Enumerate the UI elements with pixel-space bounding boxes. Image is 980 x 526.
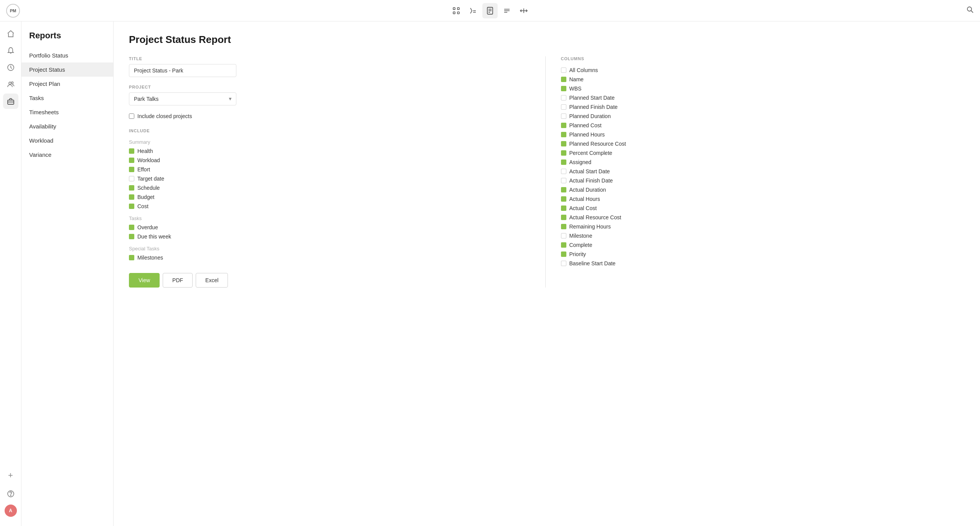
col-planned-finish-date-label: Planned Finish Date: [569, 104, 618, 110]
scan-icon-btn[interactable]: [449, 3, 464, 18]
col-planned-start-date-label: Planned Start Date: [569, 95, 615, 101]
all-columns-label: All Columns: [569, 67, 598, 73]
nav-item-timesheets[interactable]: Timesheets: [21, 105, 113, 119]
col-planned-resource-cost-label: Planned Resource Cost: [569, 141, 626, 147]
target-date-label: Target date: [137, 176, 164, 182]
workload-check-icon: [129, 158, 134, 163]
include-item-cost: Cost: [129, 203, 533, 209]
project-select-wrap: Park Talks ▼: [129, 92, 236, 105]
col-complete-label: Complete: [569, 242, 592, 248]
col-priority: Priority: [561, 251, 965, 257]
sidebar-icon-bell[interactable]: [3, 43, 18, 58]
report-icon-btn[interactable]: [482, 3, 498, 18]
col-remaining-hours-label: Remaining Hours: [569, 224, 611, 230]
nav-item-portfolio-status[interactable]: Portfolio Status: [21, 48, 113, 62]
health-check-icon: [129, 148, 134, 154]
project-select[interactable]: Park Talks: [129, 92, 236, 105]
col-actual-resource-cost-check-icon: [561, 215, 566, 220]
col-planned-hours: Planned Hours: [561, 132, 965, 138]
split-icon-btn[interactable]: [516, 3, 531, 18]
col-actual-duration: Actual Duration: [561, 187, 965, 193]
main-content: Project Status Report TITLE PROJECT Park…: [114, 21, 980, 526]
svg-point-16: [967, 7, 972, 11]
sidebar-icon-add[interactable]: +: [3, 468, 18, 483]
col-priority-label: Priority: [569, 251, 586, 257]
col-planned-start-date: Planned Start Date: [561, 95, 965, 101]
budget-check-icon: [129, 194, 134, 200]
topbar-icons: [449, 3, 531, 18]
schedule-check-icon: [129, 185, 134, 191]
form-left: TITLE PROJECT Park Talks ▼ I: [129, 56, 546, 288]
summary-section-label: Summary: [129, 139, 533, 145]
sidebar-icon-home[interactable]: [3, 26, 18, 41]
col-actual-cost-label: Actual Cost: [569, 205, 597, 211]
col-planned-start-date-check-icon: [561, 95, 566, 100]
pm-logo: PM: [6, 4, 20, 18]
col-actual-finish-date: Actual Finish Date: [561, 178, 965, 184]
sidebar-icon-clock[interactable]: [3, 60, 18, 75]
link-icon-btn[interactable]: [499, 3, 515, 18]
schedule-label: Schedule: [137, 185, 160, 191]
form-layout: TITLE PROJECT Park Talks ▼ I: [129, 56, 965, 288]
view-button[interactable]: View: [129, 273, 160, 288]
title-input[interactable]: [129, 64, 236, 77]
sidebar-icon-help[interactable]: [3, 486, 18, 501]
include-item-milestones: Milestones: [129, 255, 533, 261]
include-item-schedule: Schedule: [129, 185, 533, 191]
col-actual-hours-label: Actual Hours: [569, 196, 600, 202]
cost-label: Cost: [137, 203, 148, 209]
budget-label: Budget: [137, 194, 154, 200]
project-label: PROJECT: [129, 85, 533, 89]
columns-title: COLUMNS: [561, 56, 965, 61]
col-actual-cost: Actual Cost: [561, 205, 965, 211]
include-label: INCLUDE: [129, 128, 533, 133]
include-closed-label: Include closed projects: [137, 113, 192, 119]
svg-point-25: [10, 495, 11, 496]
col-wbs: WBS: [561, 85, 965, 92]
nav-item-project-plan[interactable]: Project Plan: [21, 77, 113, 91]
project-group: PROJECT Park Talks ▼: [129, 85, 533, 105]
col-assigned: Assigned: [561, 159, 965, 165]
col-remaining-hours: Remaining Hours: [561, 224, 965, 230]
include-item-effort: Effort: [129, 166, 533, 173]
col-milestone: Milestone: [561, 233, 965, 239]
nav-item-availability[interactable]: Availability: [21, 119, 113, 133]
formula-icon-btn[interactable]: [465, 3, 481, 18]
overdue-check-icon: [129, 225, 134, 230]
sidebar-icon-users[interactable]: [3, 77, 18, 92]
col-actual-duration-check-icon: [561, 187, 566, 192]
nav-item-tasks[interactable]: Tasks: [21, 91, 113, 105]
excel-button[interactable]: Excel: [196, 273, 228, 288]
form-right: COLUMNS All Columns Name WBS: [546, 56, 965, 288]
col-actual-hours: Actual Hours: [561, 196, 965, 202]
action-buttons: View PDF Excel: [129, 273, 533, 288]
col-planned-finish-date-check-icon: [561, 104, 566, 110]
pdf-button[interactable]: PDF: [163, 273, 193, 288]
col-planned-resource-cost-check-icon: [561, 141, 566, 146]
effort-label: Effort: [137, 166, 150, 173]
col-complete-check-icon: [561, 242, 566, 248]
include-item-overdue: Overdue: [129, 224, 533, 230]
topbar-search-btn[interactable]: [966, 6, 974, 15]
nav-item-variance[interactable]: Variance: [21, 148, 113, 162]
col-actual-duration-label: Actual Duration: [569, 187, 606, 193]
include-closed-checkbox[interactable]: [129, 113, 134, 119]
col-name: Name: [561, 76, 965, 82]
nav-item-workload[interactable]: Workload: [21, 133, 113, 148]
icon-sidebar: + A: [0, 21, 21, 526]
main-layout: + A Reports Portfolio Status Project Sta…: [0, 21, 980, 526]
sidebar-icon-briefcase[interactable]: [3, 94, 18, 109]
effort-check-icon: [129, 167, 134, 172]
topbar-left: PM: [6, 4, 20, 18]
col-baseline-start-date-check-icon: [561, 261, 566, 266]
col-percent-complete: Percent Complete: [561, 150, 965, 156]
nav-sidebar: Reports Portfolio Status Project Status …: [21, 21, 114, 526]
workload-label: Workload: [137, 157, 160, 163]
col-planned-cost-label: Planned Cost: [569, 122, 602, 128]
col-percent-complete-label: Percent Complete: [569, 150, 612, 156]
col-name-label: Name: [569, 76, 584, 82]
nav-item-project-status[interactable]: Project Status: [21, 62, 113, 77]
col-name-check-icon: [561, 77, 566, 82]
milestones-check-icon: [129, 255, 134, 260]
col-planned-duration-check-icon: [561, 113, 566, 119]
